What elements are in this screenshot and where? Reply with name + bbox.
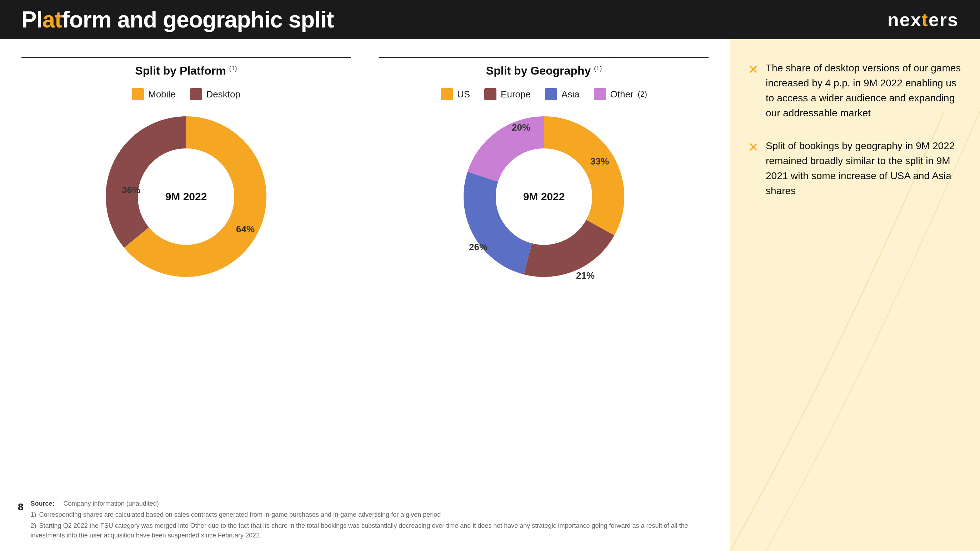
sidebar-text-2: Split of bookings by geography in 9M 202… (766, 138, 962, 198)
legend-color-desktop (190, 88, 202, 100)
main-content: Split by Platform (1) Mobile Desktop (0, 39, 980, 551)
legend-color-europe (484, 88, 496, 100)
nexters-logo: nexters (888, 9, 959, 30)
sidebar-item-2: ✕ Split of bookings by geography in 9M 2… (748, 138, 962, 198)
sidebar-item-1: ✕ The share of desktop versions of our g… (748, 61, 962, 121)
legend-item-asia: Asia (545, 88, 580, 100)
geo-label-other: 20% (512, 122, 530, 133)
bullet-icon-1: ✕ (748, 62, 759, 77)
legend-color-mobile (132, 88, 144, 100)
platform-donut-hole (138, 148, 234, 245)
platform-label-36: 36% (122, 184, 140, 195)
geography-donut-svg: 33% 21% 26% 20% (458, 111, 630, 282)
charts-row: Split by Platform (1) Mobile Desktop (21, 57, 709, 282)
geography-chart-section: Split by Geography (1) US Europe Asia (379, 57, 709, 282)
sidebar: ✕ The share of desktop versions of our g… (730, 39, 980, 551)
legend-color-other (594, 88, 606, 100)
source-line: Source: Company information (unaudited) (31, 499, 723, 508)
bullet-icon-2: ✕ (748, 140, 759, 155)
geo-label-us: 33% (590, 156, 609, 167)
header: Platform and geographic split nexters (0, 0, 980, 39)
sidebar-text-1: The share of desktop versions of our gam… (766, 61, 962, 121)
note-block: Source: Company information (unaudited) … (31, 499, 723, 540)
footnote-1: 1)Corresponding shares are calculated ba… (31, 510, 723, 519)
platform-donut-chart: 64% 36% 9M 2022 (100, 111, 272, 282)
geo-donut-hole (496, 148, 592, 245)
platform-legend: Mobile Desktop (132, 88, 240, 100)
charts-area: Split by Platform (1) Mobile Desktop (0, 39, 730, 551)
footer-notes: 8 Source: Company information (unaudited… (18, 499, 723, 540)
platform-label-64: 64% (236, 224, 255, 235)
platform-title-bar: Split by Platform (1) (21, 57, 351, 78)
footnote-2: 2)Starting Q2 2022 the FSU category was … (31, 521, 723, 540)
legend-color-asia (545, 88, 557, 100)
legend-item-us: US (441, 88, 470, 100)
legend-item-other: Other (2) (594, 88, 648, 100)
legend-item-mobile: Mobile (132, 88, 176, 100)
platform-chart-section: Split by Platform (1) Mobile Desktop (21, 57, 351, 282)
legend-item-europe: Europe (484, 88, 531, 100)
geography-title-bar: Split by Geography (1) (379, 57, 709, 78)
platform-chart-title: Split by Platform (1) (21, 64, 351, 78)
geo-label-europe: 21% (576, 270, 595, 281)
platform-donut-svg: 64% 36% (100, 111, 272, 282)
geo-label-asia: 26% (469, 241, 487, 252)
geography-chart-title: Split by Geography (1) (379, 64, 709, 78)
geography-donut-chart: 33% 21% 26% 20% 9M 2022 (458, 111, 630, 282)
legend-item-desktop: Desktop (190, 88, 240, 100)
geography-legend: US Europe Asia Other (2) (441, 88, 647, 100)
legend-color-us (441, 88, 453, 100)
page-title: Platform and geographic split (21, 6, 334, 33)
